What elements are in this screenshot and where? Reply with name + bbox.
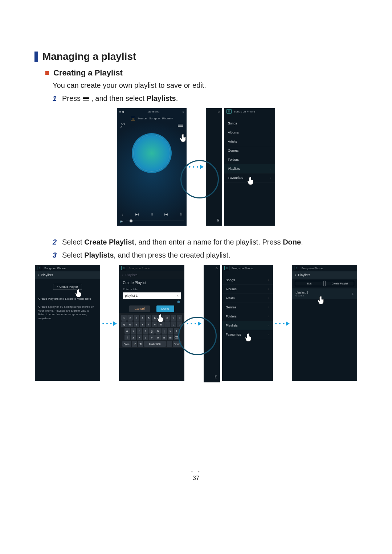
keyboard[interactable]: 1234567890 qwertyuiop asdfghjkl ⇧zxcvbnm… bbox=[119, 313, 184, 348]
search-icon[interactable]: ⌕ bbox=[183, 110, 184, 113]
key[interactable]: i bbox=[164, 321, 170, 327]
play-pause-icon[interactable]: ⏸ bbox=[149, 211, 155, 217]
key[interactable]: 4 bbox=[140, 315, 145, 321]
key[interactable]: h bbox=[155, 328, 161, 334]
key[interactable]: z bbox=[131, 335, 136, 340]
key[interactable]: 0 bbox=[177, 315, 182, 321]
key[interactable]: x bbox=[137, 335, 142, 340]
back-icon[interactable]: ‹ bbox=[295, 273, 296, 277]
key[interactable]: e bbox=[134, 321, 139, 327]
create-playlist-button[interactable]: Create Playlist bbox=[325, 281, 354, 286]
key[interactable]: v bbox=[149, 335, 155, 340]
menu-item-folders[interactable]: Folders› bbox=[224, 155, 275, 164]
menu-item-songs[interactable]: Songs› bbox=[224, 119, 275, 128]
key[interactable]: j bbox=[162, 328, 167, 334]
device-icon: ▯ bbox=[224, 266, 229, 270]
menu-item-playlists[interactable]: Playlists› bbox=[222, 321, 273, 330]
disc-edge bbox=[180, 160, 219, 198]
header-title: Songs on Phone bbox=[44, 267, 66, 270]
flow-arrow-icon: • • • bbox=[275, 321, 290, 327]
heading-1-accent bbox=[34, 52, 38, 62]
key[interactable]: 9 bbox=[171, 315, 176, 321]
screenshot-playlists-list: ▯Songs on Phone ‹Playlists Edit Create P… bbox=[292, 265, 357, 381]
key[interactable]: 7 bbox=[158, 315, 164, 321]
key[interactable]: o bbox=[171, 321, 176, 327]
menu-item-playlists[interactable]: Playlists› bbox=[224, 164, 275, 173]
space-key[interactable]: English(US) bbox=[144, 341, 166, 347]
settings-key[interactable]: ✿ bbox=[138, 341, 143, 347]
menu-item-genres[interactable]: Genres› bbox=[222, 303, 273, 312]
screenshot-menu: ▯ Songs on Phone Songs› Albums› Artists›… bbox=[224, 108, 275, 226]
menu-item-artists[interactable]: Artists› bbox=[222, 294, 273, 303]
figure-row-2: ▯Songs on Phone ‹Playlists + Create Play… bbox=[31, 265, 361, 382]
prev-icon[interactable]: ⏮ bbox=[134, 211, 140, 217]
key[interactable]: r bbox=[140, 321, 145, 327]
search-icon[interactable]: ⌕ bbox=[218, 109, 220, 113]
mic-key[interactable]: 🎤 bbox=[132, 341, 137, 347]
key[interactable]: f bbox=[143, 328, 148, 334]
key[interactable]: n bbox=[162, 335, 167, 340]
menu-title: Songs on Phone bbox=[234, 110, 255, 113]
create-playlist-button[interactable]: + Create Playlist bbox=[53, 284, 82, 290]
key[interactable]: 3 bbox=[134, 315, 139, 321]
step-2: 2 Select Create Playlist, and then enter… bbox=[53, 237, 358, 247]
key[interactable]: q bbox=[121, 321, 127, 327]
alpha-index[interactable]: A ▾ A bbox=[121, 123, 125, 128]
device-icon: ▯ bbox=[121, 266, 126, 270]
key[interactable]: u bbox=[158, 321, 164, 327]
playlist-item[interactable]: playlist 1 0 songs 1 bbox=[292, 288, 357, 299]
back-icon[interactable]: ‹ bbox=[38, 273, 39, 277]
menu-item-songs[interactable]: Songs› bbox=[222, 276, 273, 285]
sym-key[interactable]: Sym bbox=[122, 341, 131, 347]
menu-item-favourites[interactable]: Favourites› bbox=[224, 173, 275, 182]
device-icon: ▯ bbox=[294, 266, 299, 270]
volume-icon[interactable]: 🔈 bbox=[120, 219, 124, 223]
playlist-item-count: 1 bbox=[352, 292, 354, 296]
key[interactable]: t bbox=[146, 321, 151, 327]
key[interactable]: m bbox=[168, 335, 173, 340]
key[interactable]: 8 bbox=[164, 315, 170, 321]
screenshot-player: ≡◀ samsung ⌕ ▯ Source : Songs on Phone ▾… bbox=[117, 108, 187, 226]
dot-key[interactable]: . bbox=[167, 341, 172, 347]
key[interactable]: d bbox=[137, 328, 142, 334]
key[interactable]: y bbox=[152, 321, 158, 327]
screenshot-playlists-empty: ▯Songs on Phone ‹Playlists + Create Play… bbox=[35, 265, 100, 381]
menu-item-genres[interactable]: Genres› bbox=[224, 146, 275, 155]
menu-item-favourites[interactable]: Favourites› bbox=[222, 330, 273, 339]
clear-icon[interactable]: × bbox=[177, 294, 179, 297]
key[interactable]: c bbox=[143, 335, 148, 340]
playlist-name-input[interactable]: playlist 1 × bbox=[123, 292, 181, 299]
menu-item-albums[interactable]: Albums› bbox=[224, 128, 275, 137]
key[interactable]: g bbox=[149, 328, 155, 334]
tap-hand-icon bbox=[179, 134, 187, 143]
key[interactable]: w bbox=[127, 321, 133, 327]
step-number: 3 bbox=[53, 250, 62, 260]
key[interactable]: b bbox=[155, 335, 161, 340]
breadcrumb[interactable]: ‹Playlists bbox=[35, 271, 100, 279]
search-icon[interactable]: ⌕ bbox=[216, 266, 218, 270]
more-icon[interactable]: ⋮ bbox=[120, 211, 126, 217]
menu-item-folders[interactable]: Folders› bbox=[222, 312, 273, 321]
next-icon[interactable]: ⏭ bbox=[163, 211, 169, 217]
shift-key[interactable]: ⇧ bbox=[124, 335, 130, 340]
key[interactable]: a bbox=[124, 328, 130, 334]
edit-button[interactable]: Edit bbox=[295, 281, 324, 286]
volume-slider[interactable] bbox=[126, 221, 184, 221]
menu-item-albums[interactable]: Albums› bbox=[222, 285, 273, 294]
cast-icon[interactable]: ⎘ bbox=[178, 211, 184, 217]
cancel-button[interactable]: Cancel bbox=[129, 305, 150, 312]
cast-icon[interactable]: ⎘ bbox=[215, 375, 217, 379]
screenshot-slice: ⌕ ⎘ bbox=[204, 265, 220, 382]
key[interactable]: 5 bbox=[146, 315, 151, 321]
cast-icon[interactable]: ⎘ bbox=[217, 218, 219, 222]
key[interactable]: 6 bbox=[152, 315, 158, 321]
menu-item-artists[interactable]: Artists› bbox=[224, 137, 275, 146]
key[interactable]: k bbox=[168, 328, 173, 334]
list-icon[interactable] bbox=[178, 124, 183, 127]
key[interactable]: s bbox=[131, 328, 136, 334]
key[interactable]: 2 bbox=[127, 315, 133, 321]
done-button[interactable]: Done bbox=[156, 305, 175, 312]
keyboard-row-5: Sym 🎤 ✿ English(US) . Done bbox=[120, 341, 184, 347]
breadcrumb[interactable]: ‹Playlists bbox=[292, 271, 357, 279]
key[interactable]: 1 bbox=[121, 315, 127, 321]
